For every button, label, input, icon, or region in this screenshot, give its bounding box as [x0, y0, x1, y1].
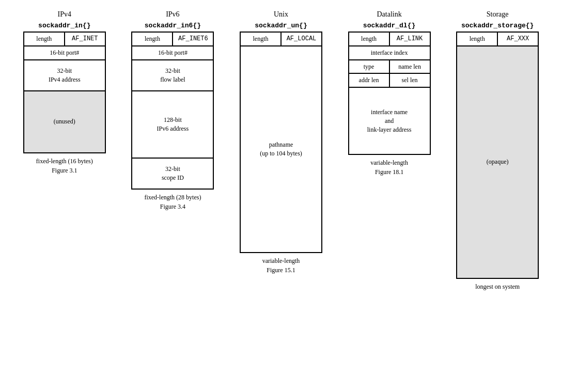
ipv6-length: length: [132, 32, 173, 46]
ipv6-column: IPv6 sockaddr_in6{} length AF_INET6 16-b…: [126, 10, 219, 211]
unix-row1: length AF_LOCAL: [240, 32, 322, 46]
unix-box: length AF_LOCAL pathname(up to 104 bytes…: [240, 32, 322, 253]
unix-af-local: AF_LOCAL: [281, 32, 322, 46]
ipv6-struct-name: sockaddr_in6{}: [145, 22, 201, 29]
unix-length: length: [240, 32, 281, 46]
unix-column: Unix sockaddr_un{} length AF_LOCAL pathn…: [235, 10, 327, 275]
ipv6-title: IPv6: [166, 10, 179, 19]
datalink-type: type: [349, 60, 389, 74]
unix-caption: variable-lengthFigure 15.1: [262, 256, 300, 275]
diagram-container: IPv4 sockaddr_in{} length AF_INET 16-bit…: [5, 10, 557, 291]
ipv4-struct-name: sockaddr_in{}: [38, 22, 90, 29]
ipv6-flow: 32-bitflow label: [132, 60, 213, 91]
ipv4-row1: length AF_INET: [24, 32, 105, 46]
ipv6-caption: fixed-length (28 bytes)Figure 3.4: [144, 193, 201, 211]
storage-wrapper: sockaddr_storage{} length AF_XXX (opaque…: [456, 22, 539, 291]
storage-box: length AF_XXX (opaque): [456, 32, 539, 279]
ipv6-af-inet6: AF_INET6: [173, 32, 213, 46]
ipv6-row1: length AF_INET6: [132, 32, 213, 46]
storage-row1: length AF_XXX: [457, 32, 538, 46]
datalink-wrapper: sockaddr_dl{} length AF_LINK interface i…: [348, 22, 431, 177]
ipv4-caption: fixed-length (16 bytes)Figure 3.1: [36, 156, 93, 175]
unix-wrapper: sockaddr_un{} length AF_LOCAL pathname(u…: [240, 22, 322, 275]
datalink-box: length AF_LINK interface index type name…: [348, 32, 431, 155]
ipv4-unused: (unused): [24, 91, 105, 153]
ipv6-wrapper: sockaddr_in6{} length AF_INET6 16-bit po…: [131, 22, 214, 211]
ipv4-box: length AF_INET 16-bit port# 32-bitIPv4 a…: [23, 32, 106, 153]
ipv6-address: 128-bitIPv6 address: [132, 91, 213, 158]
storage-opaque: (opaque): [457, 46, 538, 278]
ipv4-af-inet: AF_INET: [65, 32, 105, 46]
datalink-column: Datalink sockaddr_dl{} length AF_LINK in…: [343, 10, 436, 177]
datalink-name-len: name len: [389, 60, 430, 74]
datalink-sel-len: sel len: [389, 73, 430, 87]
datalink-row1: length AF_LINK: [349, 32, 430, 46]
datalink-title: Datalink: [377, 10, 401, 19]
unix-struct-name: sockaddr_un{}: [255, 22, 307, 29]
ipv6-port: 16-bit port#: [132, 46, 213, 60]
datalink-af-link: AF_LINK: [389, 32, 430, 46]
ipv6-scope: 32-bitscope ID: [132, 158, 213, 189]
unix-title: Unix: [274, 10, 288, 19]
ipv4-length: length: [24, 32, 65, 46]
datalink-row4: addr len sel len: [349, 73, 430, 87]
storage-column: Storage sockaddr_storage{} length AF_XXX…: [451, 10, 544, 291]
ipv4-wrapper: sockaddr_in{} length AF_INET 16-bit port…: [23, 22, 106, 175]
ipv6-box: length AF_INET6 16-bit port# 32-bitflow …: [131, 32, 214, 190]
datalink-addr-len: addr len: [349, 73, 389, 87]
ipv4-address: 32-bitIPv4 address: [24, 60, 105, 91]
storage-length: length: [457, 32, 497, 46]
datalink-length: length: [349, 32, 389, 46]
datalink-row3: type name len: [349, 60, 430, 74]
storage-caption: longest on system: [475, 282, 520, 291]
datalink-interface-name: interface nameandlink-layer address: [349, 87, 430, 154]
unix-pathname: pathname(up to 104 bytes): [240, 46, 322, 253]
storage-af-xxx: AF_XXX: [497, 32, 538, 46]
storage-title: Storage: [487, 10, 509, 19]
datalink-interface-index: interface index: [349, 46, 430, 60]
ipv4-title: IPv4: [58, 10, 71, 19]
storage-struct-name: sockaddr_storage{}: [461, 22, 534, 29]
datalink-struct-name: sockaddr_dl{}: [363, 22, 415, 29]
ipv4-port: 16-bit port#: [24, 46, 105, 60]
datalink-caption: variable-lengthFigure 18.1: [370, 158, 408, 177]
ipv4-column: IPv4 sockaddr_in{} length AF_INET 16-bit…: [18, 10, 111, 175]
